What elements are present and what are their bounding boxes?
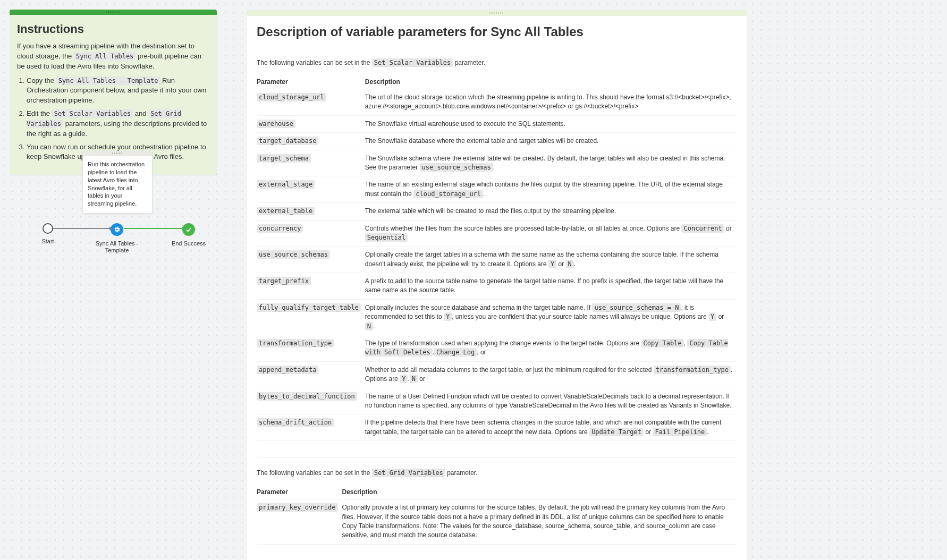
param-name: append_metadata <box>257 361 365 388</box>
code-inline: external_table <box>257 207 315 215</box>
code-inline: Y <box>444 312 452 321</box>
code-inline: Concurrent <box>681 224 724 233</box>
code-inline: Update Target <box>589 428 644 436</box>
param-name: external_stage <box>257 176 365 203</box>
param-description: The type of transformation used when app… <box>365 335 737 362</box>
code-inline: Sync All Tables <box>74 52 136 61</box>
table-row: target_prefixA prefix to add to the sour… <box>257 273 737 300</box>
code-inline: fully_qualify_target_table <box>257 303 361 312</box>
code-inline: Set Scalar Variables <box>372 58 453 67</box>
param-description: Optionally provide a list of primary key… <box>342 499 738 545</box>
param-name: transformation_type <box>257 335 365 362</box>
divider <box>257 457 737 457</box>
scalar-lead: The following variables can be set in th… <box>257 59 737 66</box>
code-inline: external_stage <box>257 180 315 189</box>
code-inline: Y <box>548 260 556 268</box>
node-label: Sync All Tables - Template <box>93 240 141 254</box>
table-row: fully_qualify_target_tableOptionally inc… <box>257 299 737 335</box>
code-inline: use_source_schemas <box>257 250 330 259</box>
code-inline: use_source_schemas <box>420 163 493 172</box>
param-name: concurrency <box>257 220 365 247</box>
doc-drag-handle[interactable] <box>247 10 747 16</box>
param-description: The name of an existing external stage w… <box>365 176 737 203</box>
param-name: primary_key_override <box>257 499 342 545</box>
node-sync-all-tables[interactable]: Sync All Tables - Template <box>93 223 141 254</box>
param-description: Optionally create the target tables in a… <box>365 247 737 273</box>
table-row: target_schemaThe Snowflake schema where … <box>257 150 737 176</box>
param-description: The Snowflake schema where the external … <box>365 150 737 176</box>
param-description: Whether to add all metadata columns to t… <box>365 361 737 388</box>
code-inline: concurrency <box>257 224 303 233</box>
note-drag-handle[interactable] <box>83 151 152 156</box>
instructions-title: Instructions <box>17 22 209 36</box>
code-inline: Sync All Tables - Template <box>56 77 160 85</box>
code-inline: use_source_schemas = N <box>592 303 681 312</box>
code-inline: cloud_storage_url <box>413 190 483 198</box>
node-start[interactable]: Start <box>24 223 72 245</box>
doc-title: Description of variable parameters for S… <box>257 24 737 39</box>
code-inline: bytes_to_decimal_function <box>257 392 357 401</box>
code-inline: append_metadata <box>257 366 318 374</box>
table-row: schema_drift_actionIf the pipeline detec… <box>257 414 737 441</box>
code-inline: N <box>365 322 373 330</box>
table-row: concurrencyControls whether the files fr… <box>257 220 737 247</box>
table-row: append_metadataWhether to add all metada… <box>257 361 737 388</box>
table-row: target_databaseThe Snowflake database wh… <box>257 133 737 150</box>
instructions-drag-handle[interactable] <box>10 10 217 15</box>
code-inline: primary_key_override <box>257 503 338 512</box>
table-row: transformation_typeThe type of transform… <box>257 335 737 362</box>
param-name: target_schema <box>257 150 365 176</box>
param-name: external_table <box>257 203 365 220</box>
code-inline: schema_drift_action <box>257 418 334 427</box>
code-inline: Change Log <box>434 348 477 357</box>
param-description: The Snowflake virtual warehouse used to … <box>365 115 737 132</box>
code-inline: Copy Table <box>641 339 684 347</box>
code-inline: Sequential <box>365 233 408 242</box>
instructions-panel: Instructions If you have a streaming pip… <box>10 10 217 175</box>
code-inline: Y <box>400 375 408 383</box>
param-description: The external table which will be created… <box>365 203 737 220</box>
param-description: A prefix to add to the source table name… <box>365 273 737 300</box>
param-name: bytes_to_decimal_function <box>257 388 365 414</box>
code-inline: warehouse <box>257 120 295 128</box>
grid-params-table: Parameter Description primary_key_overri… <box>257 485 737 545</box>
col-parameter: Parameter <box>257 75 365 89</box>
param-description: The name of a User Defined Function whic… <box>365 388 737 414</box>
node-label: Start <box>24 238 72 245</box>
table-row: bytes_to_decimal_functionThe name of a U… <box>257 388 737 414</box>
table-row: use_source_schemasOptionally create the … <box>257 247 737 273</box>
col-description: Description <box>342 485 738 499</box>
param-name: cloud_storage_url <box>257 89 365 116</box>
divider <box>257 47 737 47</box>
col-parameter: Parameter <box>257 485 342 499</box>
table-row: cloud_storage_urlThe url of the cloud st… <box>257 89 737 116</box>
code-inline: target_schema <box>257 154 311 163</box>
node-label: End Success <box>165 240 213 247</box>
table-row: external_stageThe name of an existing ex… <box>257 176 737 203</box>
instruction-step: Edit the Set Scalar Variables and Set Gr… <box>27 109 209 139</box>
code-inline: cloud_storage_url <box>257 93 326 101</box>
documentation-panel: Description of variable parameters for S… <box>247 10 747 560</box>
check-icon <box>182 223 195 236</box>
node-end-success[interactable]: End Success <box>165 223 213 247</box>
param-description: The Snowflake database where the externa… <box>365 133 737 150</box>
code-inline: target_database <box>257 137 318 145</box>
instruction-step: Copy the Sync All Tables - Template Run … <box>27 76 209 106</box>
code-inline: Set Grid Variables <box>372 469 445 477</box>
instructions-steps: Copy the Sync All Tables - Template Run … <box>27 76 209 163</box>
diagram-note[interactable]: Run this orchestration pipeline to load … <box>82 151 153 214</box>
param-name: schema_drift_action <box>257 414 365 441</box>
table-row: primary_key_overrideOptionally provide a… <box>257 499 737 545</box>
scalar-params-table: Parameter Description cloud_storage_urlT… <box>257 75 737 441</box>
param-description: If the pipeline detects that there have … <box>365 414 737 441</box>
param-description: The url of the cloud storage location wh… <box>365 89 737 116</box>
note-text: Run this orchestration pipeline to load … <box>83 156 152 213</box>
param-name: target_prefix <box>257 273 365 300</box>
gear-icon <box>111 223 123 236</box>
instructions-intro: If you have a streaming pipeline with th… <box>17 41 209 72</box>
param-name: target_database <box>257 133 365 150</box>
code-inline: Y <box>708 312 716 321</box>
table-row: warehouseThe Snowflake virtual warehouse… <box>257 115 737 132</box>
start-icon <box>43 223 53 234</box>
code-inline: Set Scalar Variables <box>52 109 133 118</box>
